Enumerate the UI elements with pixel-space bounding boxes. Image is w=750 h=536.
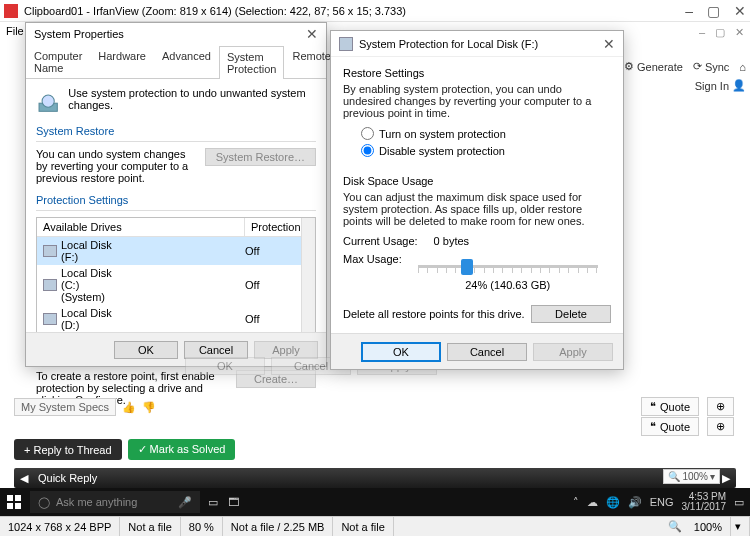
arrow-left-icon[interactable]: ◀ <box>14 468 34 488</box>
svg-rect-3 <box>15 495 21 501</box>
tray-network-icon[interactable]: 🌐 <box>606 496 620 509</box>
ok-button[interactable]: OK <box>361 342 441 362</box>
group-restore-settings: Restore Settings <box>343 67 611 79</box>
tray-chevron-up-icon[interactable]: ˄ <box>573 496 579 509</box>
sync-button[interactable]: ⟳ Sync <box>693 60 729 73</box>
browser-window-controls: – ▢ ✕ <box>699 22 744 42</box>
drive-row[interactable]: Local Disk (C:) (System) Off <box>37 265 315 305</box>
quote-button[interactable]: ❝ Quote <box>641 417 699 436</box>
irfanview-title: Clipboard01 - IrfanView (Zoom: 819 x 614… <box>24 5 406 17</box>
irfanview-logo-icon <box>4 4 18 18</box>
drives-list[interactable]: Available Drives Protection Local Disk (… <box>36 217 316 334</box>
cancel-button[interactable]: Cancel <box>447 343 527 361</box>
thumbs-down-icon[interactable]: 👎 <box>142 401 156 414</box>
window-controls: – ▢ ✕ <box>685 3 746 19</box>
ok-button[interactable]: OK <box>114 341 178 359</box>
editor-right-rail: ⚙ Generate ⟳ Sync ⌂ Sign In 👤 <box>624 60 746 98</box>
reply-to-thread-button[interactable]: + Reply to Thread <box>14 439 122 460</box>
max-usage-label: Max Usage: <box>343 253 402 265</box>
restore-settings-desc: By enabling system protection, you can u… <box>343 83 611 119</box>
close-icon[interactable]: ✕ <box>603 36 615 52</box>
my-system-specs[interactable]: My System Specs <box>14 398 116 416</box>
drive-icon <box>43 313 57 325</box>
mic-icon[interactable]: 🎤 <box>178 496 192 509</box>
start-button[interactable] <box>0 488 28 516</box>
max-usage-slider[interactable] <box>418 257 598 277</box>
quick-reply-bar[interactable]: ◀ Quick Reply ▶ <box>14 468 736 488</box>
multiquote-icon[interactable]: ⊕ <box>707 417 734 436</box>
tab-hardware[interactable]: Hardware <box>90 45 154 78</box>
dialog-title: System Properties <box>34 28 124 40</box>
sysprop-tabs: Computer Name Hardware Advanced System P… <box>26 45 326 79</box>
svg-rect-4 <box>7 503 13 509</box>
current-usage-label: Current Usage: <box>343 235 418 247</box>
slider-thumb[interactable] <box>461 259 473 275</box>
delete-desc: Delete all restore points for this drive… <box>343 308 525 320</box>
close-button[interactable]: ✕ <box>735 26 744 39</box>
max-usage-value: 24% (140.63 GB) <box>418 279 598 291</box>
quote-button[interactable]: ❝ Quote <box>641 397 699 416</box>
drive-row[interactable]: Local Disk (D:) Off <box>37 305 315 333</box>
svg-rect-5 <box>15 503 21 509</box>
drive-icon <box>339 37 353 51</box>
col-available-drives: Available Drives <box>37 218 245 236</box>
radio-turn-on[interactable]: Turn on system protection <box>361 127 611 140</box>
close-icon[interactable]: ✕ <box>306 26 318 42</box>
maximize-button[interactable]: ▢ <box>715 26 725 39</box>
mark-solved-button[interactable]: ✓ Mark as Solved <box>128 439 236 460</box>
close-button[interactable]: ✕ <box>734 3 746 19</box>
scrollbar[interactable] <box>301 218 315 333</box>
dialog-title: System Protection for Local Disk (F:) <box>359 38 538 50</box>
cancel-button[interactable]: Cancel <box>184 341 248 359</box>
tray-volume-icon[interactable]: 🔊 <box>628 496 642 509</box>
restore-desc: You can undo system changes by reverting… <box>36 148 197 184</box>
minimize-button[interactable]: – <box>699 26 705 38</box>
taskbar-clock[interactable]: 4:53 PM 3/11/2017 <box>682 492 727 512</box>
system-restore-button[interactable]: System Restore… <box>205 148 316 166</box>
apply-button[interactable]: Apply <box>533 343 613 361</box>
irfanview-titlebar: Clipboard01 - IrfanView (Zoom: 819 x 614… <box>0 0 750 22</box>
task-view-icon[interactable]: ▭ <box>208 496 218 509</box>
drive-row[interactable]: Local Disk (F:) Off <box>37 237 315 265</box>
minimize-button[interactable]: – <box>685 3 693 19</box>
tab-system-protection[interactable]: System Protection <box>219 46 285 79</box>
svg-point-1 <box>42 95 54 107</box>
status-resolution: 1024 x 768 x 24 BPP <box>0 517 120 536</box>
radio-disable[interactable]: Disable system protection <box>361 144 611 157</box>
status-zoom[interactable]: 🔍 100% ▾ <box>660 517 750 536</box>
svg-rect-2 <box>7 495 13 501</box>
menu-file[interactable]: File <box>6 25 24 37</box>
drive-icon <box>43 279 57 291</box>
current-usage-value: 0 bytes <box>434 235 469 247</box>
tab-advanced[interactable]: Advanced <box>154 45 219 78</box>
system-properties-dialog: System Properties ✕ Computer Name Hardwa… <box>25 22 327 367</box>
zoom-indicator[interactable]: 🔍 100% ▾ <box>663 469 720 484</box>
maximize-button[interactable]: ▢ <box>707 3 720 19</box>
group-protection-settings: Protection Settings <box>36 194 316 206</box>
tab-computer-name[interactable]: Computer Name <box>26 45 90 78</box>
tray-onedrive-icon[interactable]: ☁ <box>587 496 598 509</box>
drive-icon <box>43 245 57 257</box>
home-icon[interactable]: ⌂ <box>739 61 746 73</box>
irfanview-statusbar: 1024 x 768 x 24 BPP Not a file 80 % Not … <box>0 516 750 536</box>
group-system-restore: System Restore <box>36 125 316 137</box>
action-center-icon[interactable]: ▭ <box>734 496 744 509</box>
taskbar-search[interactable]: ◯ Ask me anything 🎤 <box>30 491 200 513</box>
cortana-icon: ◯ <box>38 496 50 509</box>
shield-icon <box>36 87 60 115</box>
disk-usage-desc: You can adjust the maximum disk space us… <box>343 191 611 227</box>
system-protection-dialog: System Protection for Local Disk (F:) ✕ … <box>330 30 624 370</box>
apply-button[interactable]: Apply <box>254 341 318 359</box>
tray-language[interactable]: ENG <box>650 496 674 508</box>
signin-button[interactable]: Sign In 👤 <box>695 79 746 92</box>
intro-text: Use system protection to undo unwanted s… <box>68 87 316 111</box>
generate-button[interactable]: ⚙ Generate <box>624 60 683 73</box>
thumbs-up-icon[interactable]: 👍 <box>122 401 136 414</box>
taskbar-app-icon[interactable]: 🗔 <box>228 496 239 509</box>
multiquote-icon[interactable]: ⊕ <box>707 397 734 416</box>
delete-button[interactable]: Delete <box>531 305 611 323</box>
group-disk-space-usage: Disk Space Usage <box>343 175 611 187</box>
windows-taskbar: ◯ Ask me anything 🎤 ▭ 🗔 ˄ ☁ 🌐 🔊 ENG 4:53… <box>0 488 750 516</box>
